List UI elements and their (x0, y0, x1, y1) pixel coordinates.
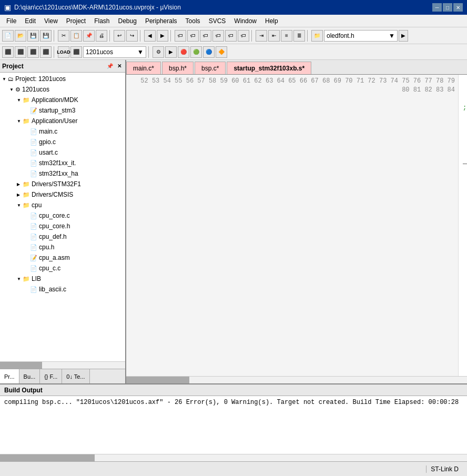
file-dropdown-open[interactable]: ▶ (399, 30, 408, 42)
project-tab-f[interactable]: {} F... (40, 369, 62, 383)
menu-item-svcs[interactable]: SVCS (205, 16, 230, 26)
menu-item-window[interactable]: Window (230, 16, 261, 26)
tree-item[interactable]: 📝startup_stm3 (0, 105, 125, 116)
file-dropdown[interactable]: oledfont.h ▼ (324, 30, 398, 42)
bookmark6-button[interactable]: 🏷 (238, 30, 249, 42)
build-btn-3[interactable]: 🔴 (178, 46, 189, 58)
project-tab-te[interactable]: 0↓ Te... (62, 369, 89, 383)
new-file-button[interactable]: 📄 (2, 30, 14, 42)
tree-label: Project: 1201ucos (15, 75, 66, 83)
build-btn-4[interactable]: 🟢 (190, 46, 202, 58)
build-btn-5[interactable]: 🔵 (203, 46, 215, 58)
tree-item[interactable]: ▶📁Drivers/CMSIS (0, 189, 125, 200)
tree-label: main.c (39, 128, 57, 135)
build-btn-1[interactable]: ⚙ (153, 46, 164, 58)
tree-item[interactable]: 📄cpu.h (0, 242, 125, 252)
project-tree[interactable]: ▼🗂Project: 1201ucos▼⚙1201ucos▼📁Applicati… (0, 73, 125, 361)
nav-back-button[interactable]: ◀ (144, 30, 156, 42)
bookmark5-button[interactable]: 🏷 (225, 30, 237, 42)
menu-item-file[interactable]: File (2, 16, 21, 26)
indent-button[interactable]: ⇥ (256, 30, 267, 42)
close-button[interactable]: ✕ (453, 3, 463, 12)
project-tab-pr[interactable]: Pr... (0, 369, 19, 383)
code-hscroll[interactable] (126, 376, 467, 383)
tree-item[interactable]: 📄cpu_core.c (0, 210, 125, 221)
project-close-button[interactable]: ✕ (116, 63, 123, 69)
menu-item-debug[interactable]: Debug (114, 16, 141, 26)
outdent-button[interactable]: ⇤ (268, 30, 280, 42)
tree-label: cpu_core.h (39, 222, 70, 230)
editor-tab[interactable]: bsp.c* (195, 62, 226, 74)
tree-item[interactable]: 📄cpu_c.c (0, 263, 125, 274)
menu-item-peripherals[interactable]: Peripherals (141, 16, 181, 26)
menu-item-project[interactable]: Project (62, 16, 90, 26)
menu-item-edit[interactable]: Edit (21, 16, 40, 26)
tree-item[interactable]: 📄stm32f1xx_ha (0, 168, 125, 179)
tree-hscroll[interactable] (0, 361, 125, 369)
project-pin-button[interactable]: 📌 (105, 63, 115, 69)
editor-tab[interactable]: bsp.h* (162, 62, 194, 74)
redo-button[interactable]: ↪ (126, 30, 138, 42)
tree-item[interactable]: 📄lib_ascii.c (0, 284, 125, 295)
code-content[interactable]: THUMB ; Vector Table Mapped to Address 0… (459, 75, 467, 376)
build-btn-6[interactable]: 🔶 (216, 46, 227, 58)
tree-item[interactable]: ▼📁Application/MDK (0, 95, 125, 105)
tree-item[interactable]: 📄usart.c (0, 147, 125, 158)
file-dropdown-arrow[interactable]: ▼ (389, 32, 395, 39)
nav-fwd-button[interactable]: ▶ (157, 30, 168, 42)
fmt2-button[interactable]: ≣ (293, 30, 305, 42)
open-file-button[interactable]: 📁 (311, 30, 323, 42)
menu-item-tools[interactable]: Tools (181, 16, 205, 26)
bookmark2-button[interactable]: 🏷 (187, 30, 199, 42)
save-button[interactable]: 💾 (27, 30, 39, 42)
open-button[interactable]: 📂 (15, 30, 26, 42)
tree-item[interactable]: 📄main.c (0, 126, 125, 137)
tree-item[interactable]: ▼⚙1201ucos (0, 84, 125, 95)
tree-item[interactable]: 📄cpu_def.h (0, 231, 125, 242)
print-button[interactable]: 🖨 (96, 30, 107, 42)
bookmark1-button[interactable]: 🏷 (175, 30, 186, 42)
tree-item[interactable]: 📄gpio.c (0, 137, 125, 147)
maximize-button[interactable]: □ (443, 3, 452, 12)
target-dropdown-arrow[interactable]: ▼ (137, 48, 144, 56)
run-btn[interactable]: ⬛ (70, 46, 82, 58)
target-btn-3[interactable]: ⬛ (27, 46, 39, 58)
fmt-button[interactable]: ≡ (281, 30, 292, 42)
editor-tab[interactable]: main.c* (126, 62, 161, 74)
tree-icon: 📄 (30, 149, 37, 156)
menu-item-view[interactable]: View (40, 16, 62, 26)
project-tab-bu[interactable]: Bu... (19, 369, 40, 383)
bookmark3-button[interactable]: 🏷 (200, 30, 211, 42)
tree-item[interactable]: ▶📁Drivers/STM32F1 (0, 179, 125, 189)
bookmark4-button[interactable]: 🏷 (212, 30, 224, 42)
editor-tab[interactable]: startup_stm32f103xb.s* (227, 62, 311, 74)
cut-button[interactable]: ✂ (58, 30, 69, 42)
tree-item[interactable]: 📝cpu_a.asm (0, 252, 125, 263)
toolbar-2: ⬛ ⬛ ⬛ ⬛ LOAD ⬛ 1201ucos ▼ ⚙ ▶ 🔴 🟢 🔵 🔶 (0, 44, 467, 60)
target-btn-4[interactable]: ⬛ (40, 46, 52, 58)
build-btn-2[interactable]: ▶ (165, 46, 177, 58)
tree-item[interactable]: ▼🗂Project: 1201ucos (0, 74, 125, 84)
project-panel-title: Project (2, 63, 24, 70)
paste-button[interactable]: 📌 (83, 30, 95, 42)
tree-item[interactable]: ▼📁cpu (0, 200, 125, 210)
minimize-button[interactable]: ─ (432, 3, 442, 12)
sep-5 (251, 30, 253, 42)
target-btn-2[interactable]: ⬛ (15, 46, 26, 58)
tree-item[interactable]: 📄stm32f1xx_it. (0, 158, 125, 168)
menu-item-flash[interactable]: Flash (90, 16, 114, 26)
load-btn[interactable]: LOAD (58, 46, 69, 58)
save-all-button[interactable]: 💾 (40, 30, 52, 42)
tree-arrow: ▼ (9, 87, 14, 92)
tree-icon: 📁 (23, 276, 30, 282)
tree-item[interactable]: ▼📁Application/User (0, 116, 125, 126)
target-dropdown[interactable]: 1201ucos ▼ (83, 46, 146, 58)
target-btn-1[interactable]: ⬛ (2, 46, 14, 58)
menu-item-help[interactable]: Help (261, 16, 282, 26)
tree-item[interactable]: 📄cpu_core.h (0, 221, 125, 231)
tree-icon: 📄 (30, 170, 37, 177)
build-hscroll[interactable] (0, 454, 467, 461)
undo-button[interactable]: ↩ (114, 30, 125, 42)
copy-button[interactable]: 📋 (70, 30, 82, 42)
tree-item[interactable]: ▼📁LIB (0, 274, 125, 284)
